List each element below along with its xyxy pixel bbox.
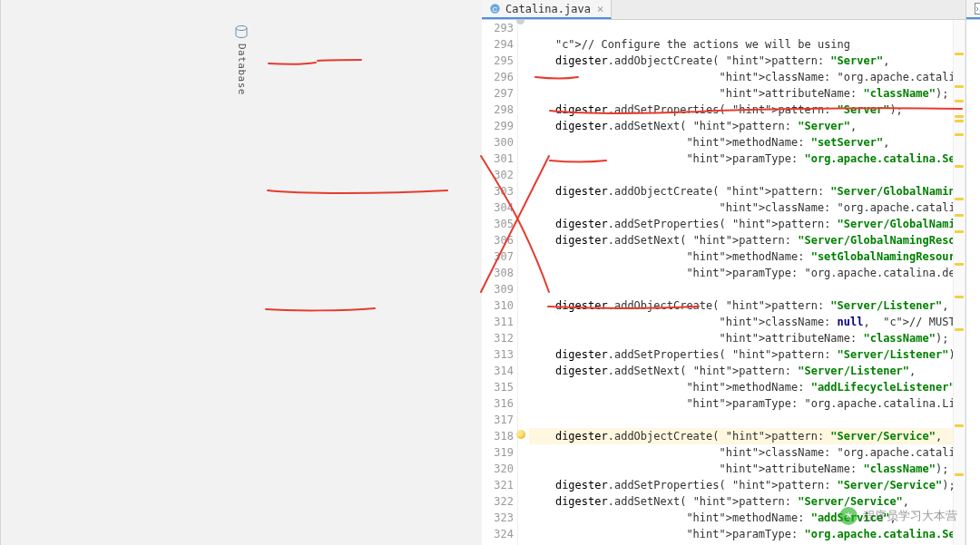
svg-point-3: [236, 26, 247, 31]
gutter-left: 2932942952962972982993003013023033043053…: [482, 20, 518, 545]
close-icon[interactable]: ×: [597, 3, 603, 15]
java-class-icon: C: [489, 3, 501, 15]
svg-text:C: C: [493, 5, 498, 14]
code-area-left[interactable]: "c">// Configure the actions we will be …: [525, 20, 953, 545]
xml-file-icon: [974, 3, 980, 15]
tab-bar-right: server.xml ×: [965, 0, 980, 20]
tab-filename: Catalina.java: [505, 3, 591, 15]
overview-ruler-left[interactable]: [953, 20, 965, 545]
line-marker[interactable]: [516, 20, 524, 24]
lightbulb-icon[interactable]: [516, 430, 525, 439]
gutter-right: 2021222324252627282930313233343536373839…: [966, 20, 980, 545]
tool-window-strip: Database: [0, 0, 482, 545]
editor-left[interactable]: 2932942952962972982993003013023033043053…: [482, 20, 965, 545]
tab-server-xml[interactable]: server.xml ×: [966, 0, 980, 19]
editor-right[interactable]: 2021222324252627282930313233343536373839…: [965, 20, 980, 545]
db-tool-icon[interactable]: [235, 25, 248, 38]
db-tool-label[interactable]: Database: [236, 44, 248, 95]
tab-bar-left: C Catalina.java ×: [482, 0, 965, 20]
tab-catalina-java[interactable]: C Catalina.java ×: [482, 0, 612, 19]
icon-strip-left: [518, 20, 525, 545]
